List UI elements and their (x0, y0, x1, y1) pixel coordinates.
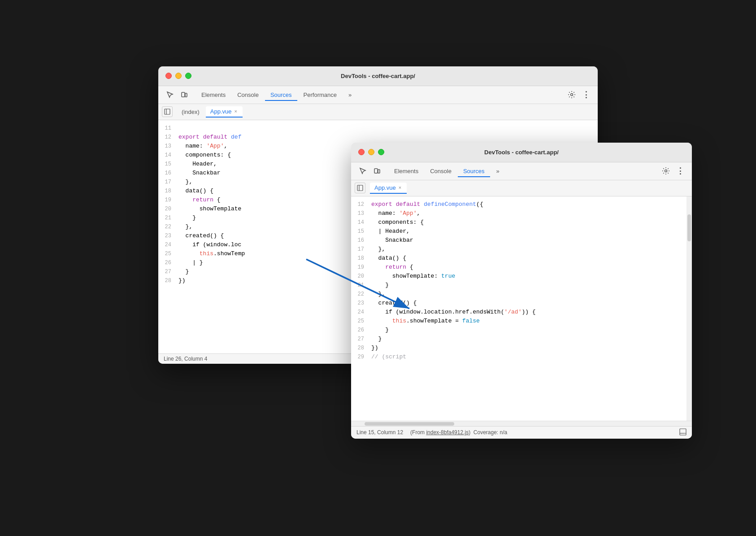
settings-icon-front[interactable] (660, 165, 672, 177)
front-line-20: 20 showTemplate: true (351, 272, 692, 281)
tab-console-front[interactable]: Console (425, 165, 457, 177)
status-position-front: Line 15, Column 12 (356, 429, 403, 436)
more-icon-front[interactable]: ⋮ (674, 165, 686, 177)
tab-bar-front: Elements Console Sources » (389, 165, 658, 177)
tab-elements-back[interactable]: Elements (196, 89, 231, 101)
svg-rect-5 (374, 169, 378, 173)
front-line-29: 29// (script (351, 353, 692, 362)
svg-rect-1 (185, 93, 187, 97)
device-icon-front[interactable] (371, 165, 383, 177)
file-tab-close-back[interactable]: × (233, 108, 238, 114)
drawer-icon-front[interactable] (679, 428, 686, 437)
svg-rect-8 (357, 185, 363, 191)
front-line-21: 21 } (351, 281, 692, 290)
settings-icon-back[interactable] (565, 88, 578, 101)
front-line-26: 26 } (351, 326, 692, 335)
tab-sources-front[interactable]: Sources (458, 165, 490, 177)
tab-bar-back: Elements Console Sources Performance » (196, 89, 564, 101)
titlebar-back: DevTools - coffee-cart.app/ (158, 66, 598, 86)
toolbar-right-back: ⋮ (565, 88, 592, 101)
more-icon-back[interactable]: ⋮ (580, 88, 592, 101)
front-line-19: 19 return { (351, 263, 692, 272)
front-line-23: 23 created() { (351, 299, 692, 308)
close-button-front[interactable] (358, 149, 365, 155)
traffic-lights-front (358, 149, 384, 155)
tab-more-back[interactable]: » (343, 89, 357, 101)
front-line-16: 16 Snackbar (351, 236, 692, 245)
front-line-22: 22 }, (351, 290, 692, 299)
front-line-14: 14 components: { (351, 218, 692, 227)
device-icon[interactable] (178, 88, 191, 101)
sidebar-toggle-front[interactable] (355, 183, 365, 193)
tab-more-front[interactable]: » (491, 165, 505, 177)
status-link-front[interactable]: index-8bfa4912.js (426, 429, 469, 436)
tab-elements-front[interactable]: Elements (389, 165, 424, 177)
front-line-27: 27 } (351, 335, 692, 344)
file-tab-bar-back: (index) App.vue × (158, 104, 598, 120)
inspect-icon-front[interactable] (356, 165, 369, 177)
svg-rect-6 (378, 170, 380, 173)
devtools-window-front: DevTools - coffee-cart.app/ Elements Con… (351, 143, 692, 439)
window-title-back: DevTools - coffee-cart.app/ (341, 73, 415, 79)
file-tab-close-front[interactable]: × (398, 184, 402, 191)
maximize-button-back[interactable] (185, 73, 191, 79)
svg-rect-10 (680, 429, 686, 435)
inspect-icon[interactable] (164, 88, 176, 101)
front-line-25: 25 this.showTemplate = false (351, 317, 692, 326)
front-line-13: 13 name: 'App', (351, 209, 692, 218)
file-tab-appvue-back[interactable]: App.vue × (206, 106, 243, 118)
front-line-28: 28}) (351, 344, 692, 353)
main-toolbar-back: Elements Console Sources Performance » ⋮ (158, 86, 598, 104)
file-tab-bar-front: App.vue × (351, 180, 692, 196)
svg-point-7 (665, 170, 667, 172)
main-toolbar-front: Elements Console Sources » ⋮ (351, 162, 692, 180)
toolbar-right-front: ⋮ (660, 165, 686, 177)
code-area-front: 12export default defineComponent({ 13 na… (351, 196, 692, 421)
code-line-12: 12export default def (158, 133, 598, 142)
front-line-17: 17 }, (351, 245, 692, 254)
front-line-18: 18 data() { (351, 254, 692, 263)
sidebar-toggle-back[interactable] (162, 106, 173, 117)
svg-point-2 (571, 94, 573, 96)
minimize-button-back[interactable] (175, 73, 182, 79)
scrollbar-front[interactable] (686, 196, 692, 421)
file-tab-appvue-front[interactable]: App.vue × (370, 183, 407, 194)
svg-rect-0 (182, 92, 185, 97)
window-title-front: DevTools - coffee-cart.app/ (484, 149, 559, 156)
front-line-24: 24 if (window.location.href.endsWith('/a… (351, 308, 692, 317)
maximize-button-front[interactable] (378, 149, 384, 155)
front-line-15: 15 | Header, (351, 227, 692, 236)
scrollbar-thumb-front[interactable] (687, 214, 691, 241)
minimize-button-front[interactable] (368, 149, 374, 155)
status-from-front: (From index-8bfa4912.js) Coverage: n/a (410, 429, 507, 436)
front-line-12: 12export default defineComponent({ (351, 200, 692, 209)
traffic-lights-back (165, 73, 191, 79)
code-line-11: 11 (158, 124, 598, 133)
titlebar-front: DevTools - coffee-cart.app/ (351, 143, 692, 162)
status-position-back: Line 26, Column 4 (164, 356, 207, 362)
tab-performance-back[interactable]: Performance (298, 89, 342, 101)
close-button-back[interactable] (165, 73, 172, 79)
tab-console-back[interactable]: Console (232, 89, 264, 101)
svg-rect-3 (165, 109, 170, 114)
status-bar-front: Line 15, Column 12 (From index-8bfa4912.… (351, 426, 692, 439)
tab-sources-back[interactable]: Sources (265, 89, 297, 101)
file-tab-index-back[interactable]: (index) (177, 107, 204, 117)
